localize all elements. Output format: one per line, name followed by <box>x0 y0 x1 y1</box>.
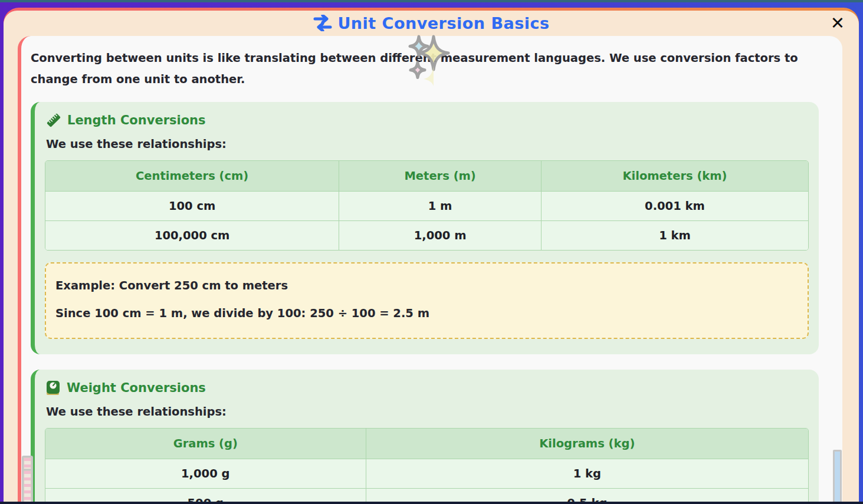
swap-arrows-icon <box>313 15 333 31</box>
section-weight-conversions: Weight Conversions We use these relation… <box>31 370 819 504</box>
left-scrollbar-thumb[interactable] <box>24 457 31 469</box>
table-cell: 1 km <box>541 221 808 251</box>
weight-section-heading: Weight Conversions <box>46 380 809 396</box>
table-header-row: Centimeters (cm) Meters (m) Kilometers (… <box>45 161 808 192</box>
table-row: 1,000 g 1 kg <box>45 459 808 489</box>
page-title: Unit Conversion Basics <box>337 14 549 32</box>
length-conversion-table: Centimeters (cm) Meters (m) Kilometers (… <box>45 160 809 251</box>
column-header: Meters (m) <box>339 161 542 192</box>
table-header-row: Grams (g) Kilograms (kg) <box>45 429 808 459</box>
section-sub-text: We use these relationships: <box>46 137 809 151</box>
table-cell: 1 m <box>339 192 542 221</box>
column-header: Kilograms (kg) <box>366 429 808 459</box>
section-heading-label: Length Conversions <box>67 113 206 127</box>
section-length-conversions: Length Conversions We use these relation… <box>31 102 819 354</box>
ruler-icon <box>46 113 61 128</box>
column-header: Grams (g) <box>45 429 366 459</box>
left-scrollbar[interactable] <box>22 456 33 504</box>
modal-header: Unit Conversion Basics ✕ <box>4 11 859 35</box>
column-header: Kilometers (km) <box>541 161 808 192</box>
scale-icon <box>46 380 61 396</box>
table-cell: 100 cm <box>45 192 339 221</box>
table-row: 100,000 cm 1,000 m 1 km <box>45 221 808 251</box>
table-row: 100 cm 1 m 0.001 km <box>45 192 808 221</box>
window-top-edge <box>0 0 863 2</box>
weight-conversion-table: Grams (g) Kilograms (kg) 1,000 g 1 kg 50… <box>45 428 809 504</box>
close-button[interactable]: ✕ <box>828 12 847 34</box>
length-example-box: Example: Convert 250 cm to meters Since … <box>45 262 809 339</box>
section-heading-label: Weight Conversions <box>67 381 206 395</box>
example-detail: Since 100 cm = 1 m, we divide by 100: 25… <box>55 307 798 320</box>
modal-body: Unit Conversion Basics ✕ Converting betw… <box>4 11 859 504</box>
column-header: Centimeters (cm) <box>45 161 339 192</box>
window-bottom-edge <box>0 502 863 504</box>
right-scrollbar-thumb[interactable] <box>835 452 840 504</box>
unit-conversion-modal: Unit Conversion Basics ✕ Converting betw… <box>4 8 859 504</box>
intro-paragraph: Converting between units is like transla… <box>31 48 819 90</box>
table-cell: 100,000 cm <box>45 221 339 251</box>
example-title: Example: Convert 250 cm to meters <box>55 279 798 292</box>
table-cell: 0.001 km <box>541 192 808 221</box>
table-cell: 1,000 m <box>339 221 542 251</box>
length-section-heading: Length Conversions <box>46 113 809 128</box>
table-cell: 1 kg <box>366 459 808 489</box>
modal-title: Unit Conversion Basics <box>313 14 549 32</box>
table-cell: 1,000 g <box>45 459 366 489</box>
right-scrollbar[interactable] <box>833 450 842 504</box>
section-sub-text: We use these relationships: <box>46 405 809 419</box>
left-scrollbar-thumb[interactable] <box>24 470 31 504</box>
content-card: Converting between units is like transla… <box>18 36 842 504</box>
